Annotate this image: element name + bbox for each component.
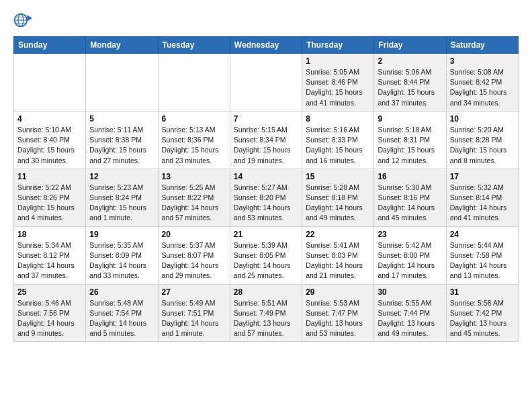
day-number: 1 xyxy=(306,56,370,66)
page: SundayMondayTuesdayWednesdayThursdayFrid… xyxy=(0,0,532,411)
calendar-cell: 16Sunrise: 5:30 AMSunset: 8:16 PMDayligh… xyxy=(374,169,446,226)
calendar-cell: 31Sunrise: 5:56 AMSunset: 7:42 PMDayligh… xyxy=(446,284,518,342)
day-number: 19 xyxy=(89,230,154,239)
day-info: Sunrise: 5:46 AMSunset: 7:56 PMDaylight:… xyxy=(17,298,82,339)
day-info: Sunrise: 5:49 AMSunset: 7:51 PMDaylight:… xyxy=(162,298,226,339)
calendar-cell: 18Sunrise: 5:34 AMSunset: 8:12 PMDayligh… xyxy=(14,226,86,284)
calendar-week-row: 1Sunrise: 5:05 AMSunset: 8:46 PMDaylight… xyxy=(14,54,519,111)
day-info: Sunrise: 5:27 AMSunset: 8:20 PMDaylight:… xyxy=(234,183,298,224)
calendar-cell: 27Sunrise: 5:49 AMSunset: 7:51 PMDayligh… xyxy=(158,284,230,342)
calendar-week-row: 25Sunrise: 5:46 AMSunset: 7:56 PMDayligh… xyxy=(14,284,519,342)
day-info: Sunrise: 5:35 AMSunset: 8:09 PMDaylight:… xyxy=(89,240,154,281)
day-number: 27 xyxy=(162,287,226,297)
calendar-cell: 22Sunrise: 5:41 AMSunset: 8:03 PMDayligh… xyxy=(302,226,374,284)
day-number: 3 xyxy=(450,56,515,66)
calendar-cell: 5Sunrise: 5:11 AMSunset: 8:38 PMDaylight… xyxy=(86,111,158,169)
calendar-cell: 2Sunrise: 5:06 AMSunset: 8:44 PMDaylight… xyxy=(374,54,446,111)
weekday-header: Saturday xyxy=(446,37,518,54)
day-info: Sunrise: 5:55 AMSunset: 7:44 PMDaylight:… xyxy=(378,298,442,339)
day-info: Sunrise: 5:18 AMSunset: 8:31 PMDaylight:… xyxy=(378,125,442,166)
day-info: Sunrise: 5:34 AMSunset: 8:12 PMDaylight:… xyxy=(17,240,82,281)
day-info: Sunrise: 5:16 AMSunset: 8:33 PMDaylight:… xyxy=(306,125,370,166)
day-info: Sunrise: 5:10 AMSunset: 8:40 PMDaylight:… xyxy=(17,125,82,166)
day-number: 28 xyxy=(234,287,298,297)
day-number: 30 xyxy=(378,287,442,297)
day-info: Sunrise: 5:32 AMSunset: 8:14 PMDaylight:… xyxy=(450,183,515,224)
day-info: Sunrise: 5:22 AMSunset: 8:26 PMDaylight:… xyxy=(17,183,82,224)
day-info: Sunrise: 5:44 AMSunset: 7:58 PMDaylight:… xyxy=(450,240,515,281)
calendar-cell: 26Sunrise: 5:48 AMSunset: 7:54 PMDayligh… xyxy=(86,284,158,342)
header xyxy=(13,11,519,30)
calendar: SundayMondayTuesdayWednesdayThursdayFrid… xyxy=(13,36,519,342)
day-number: 11 xyxy=(17,172,82,181)
weekday-header: Tuesday xyxy=(158,37,230,54)
day-info: Sunrise: 5:51 AMSunset: 7:49 PMDaylight:… xyxy=(234,298,298,339)
day-info: Sunrise: 5:08 AMSunset: 8:42 PMDaylight:… xyxy=(450,67,515,108)
day-number: 24 xyxy=(450,230,515,239)
calendar-cell: 11Sunrise: 5:22 AMSunset: 8:26 PMDayligh… xyxy=(14,169,86,226)
calendar-cell: 3Sunrise: 5:08 AMSunset: 8:42 PMDaylight… xyxy=(446,54,518,111)
day-info: Sunrise: 5:20 AMSunset: 8:28 PMDaylight:… xyxy=(450,125,515,166)
calendar-cell: 20Sunrise: 5:37 AMSunset: 8:07 PMDayligh… xyxy=(158,226,230,284)
calendar-cell: 9Sunrise: 5:18 AMSunset: 8:31 PMDaylight… xyxy=(374,111,446,169)
weekday-header: Thursday xyxy=(302,37,374,54)
calendar-cell: 6Sunrise: 5:13 AMSunset: 8:36 PMDaylight… xyxy=(158,111,230,169)
day-number: 7 xyxy=(234,114,298,124)
day-number: 10 xyxy=(450,114,515,124)
day-number: 31 xyxy=(450,287,515,297)
calendar-cell: 1Sunrise: 5:05 AMSunset: 8:46 PMDaylight… xyxy=(302,54,374,111)
calendar-cell: 21Sunrise: 5:39 AMSunset: 8:05 PMDayligh… xyxy=(230,226,302,284)
day-number: 14 xyxy=(234,172,298,181)
calendar-cell: 24Sunrise: 5:44 AMSunset: 7:58 PMDayligh… xyxy=(446,226,518,284)
calendar-cell: 29Sunrise: 5:53 AMSunset: 7:47 PMDayligh… xyxy=(302,284,374,342)
day-info: Sunrise: 5:48 AMSunset: 7:54 PMDaylight:… xyxy=(89,298,154,339)
calendar-cell: 28Sunrise: 5:51 AMSunset: 7:49 PMDayligh… xyxy=(230,284,302,342)
day-number: 2 xyxy=(378,56,442,66)
day-info: Sunrise: 5:41 AMSunset: 8:03 PMDaylight:… xyxy=(306,240,370,281)
day-number: 20 xyxy=(162,230,226,239)
day-number: 18 xyxy=(17,230,82,239)
day-info: Sunrise: 5:25 AMSunset: 8:22 PMDaylight:… xyxy=(162,183,226,224)
calendar-week-row: 4Sunrise: 5:10 AMSunset: 8:40 PMDaylight… xyxy=(14,111,519,169)
day-number: 13 xyxy=(162,172,226,181)
calendar-cell: 14Sunrise: 5:27 AMSunset: 8:20 PMDayligh… xyxy=(230,169,302,226)
day-info: Sunrise: 5:30 AMSunset: 8:16 PMDaylight:… xyxy=(378,183,442,224)
day-info: Sunrise: 5:39 AMSunset: 8:05 PMDaylight:… xyxy=(234,240,298,281)
calendar-cell: 23Sunrise: 5:42 AMSunset: 8:00 PMDayligh… xyxy=(374,226,446,284)
calendar-cell: 17Sunrise: 5:32 AMSunset: 8:14 PMDayligh… xyxy=(446,169,518,226)
logo xyxy=(13,11,35,30)
calendar-cell xyxy=(230,54,302,111)
weekday-header: Wednesday xyxy=(230,37,302,54)
weekday-header: Friday xyxy=(374,37,446,54)
day-number: 9 xyxy=(378,114,442,124)
weekday-header: Monday xyxy=(86,37,158,54)
calendar-cell: 10Sunrise: 5:20 AMSunset: 8:28 PMDayligh… xyxy=(446,111,518,169)
day-number: 4 xyxy=(17,114,82,124)
weekday-header: Sunday xyxy=(14,37,86,54)
day-number: 8 xyxy=(306,114,370,124)
day-info: Sunrise: 5:42 AMSunset: 8:00 PMDaylight:… xyxy=(378,240,442,281)
day-number: 15 xyxy=(306,172,370,181)
logo-icon xyxy=(13,11,32,30)
day-number: 29 xyxy=(306,287,370,297)
day-info: Sunrise: 5:56 AMSunset: 7:42 PMDaylight:… xyxy=(450,298,515,339)
calendar-cell xyxy=(158,54,230,111)
day-number: 16 xyxy=(378,172,442,181)
calendar-cell: 8Sunrise: 5:16 AMSunset: 8:33 PMDaylight… xyxy=(302,111,374,169)
calendar-cell: 7Sunrise: 5:15 AMSunset: 8:34 PMDaylight… xyxy=(230,111,302,169)
day-info: Sunrise: 5:13 AMSunset: 8:36 PMDaylight:… xyxy=(162,125,226,166)
calendar-cell: 4Sunrise: 5:10 AMSunset: 8:40 PMDaylight… xyxy=(14,111,86,169)
calendar-week-row: 11Sunrise: 5:22 AMSunset: 8:26 PMDayligh… xyxy=(14,169,519,226)
calendar-cell: 12Sunrise: 5:23 AMSunset: 8:24 PMDayligh… xyxy=(86,169,158,226)
day-number: 5 xyxy=(89,114,154,124)
day-number: 6 xyxy=(162,114,226,124)
calendar-cell: 25Sunrise: 5:46 AMSunset: 7:56 PMDayligh… xyxy=(14,284,86,342)
day-info: Sunrise: 5:53 AMSunset: 7:47 PMDaylight:… xyxy=(306,298,370,339)
day-number: 12 xyxy=(89,172,154,181)
day-number: 23 xyxy=(378,230,442,239)
day-info: Sunrise: 5:05 AMSunset: 8:46 PMDaylight:… xyxy=(306,67,370,108)
calendar-cell: 19Sunrise: 5:35 AMSunset: 8:09 PMDayligh… xyxy=(86,226,158,284)
calendar-cell: 15Sunrise: 5:28 AMSunset: 8:18 PMDayligh… xyxy=(302,169,374,226)
calendar-cell: 13Sunrise: 5:25 AMSunset: 8:22 PMDayligh… xyxy=(158,169,230,226)
day-number: 17 xyxy=(450,172,515,181)
